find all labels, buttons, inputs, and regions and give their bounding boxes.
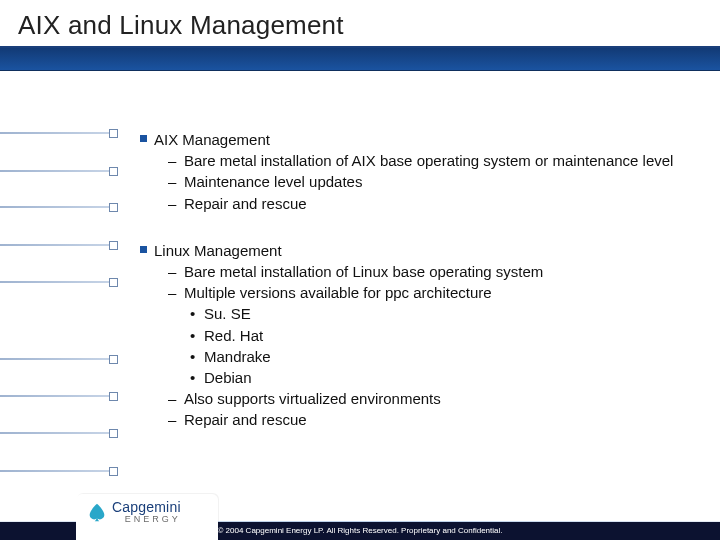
title-band (0, 48, 720, 70)
rail-endcap (109, 467, 118, 476)
section-heading-text: AIX Management (154, 131, 270, 148)
dash-item: Maintenance level updates (168, 172, 680, 191)
logo-text: Capgemini ENERGY (112, 500, 181, 524)
rail-endcap (109, 241, 118, 250)
dash-item-text: Maintenance level updates (184, 173, 362, 190)
dot-item: Su. SE (190, 304, 680, 323)
section: Linux ManagementBare metal installation … (140, 241, 680, 430)
dash-item-text: Bare metal installation of Linux base op… (184, 263, 543, 280)
dot-item-text: Su. SE (204, 305, 251, 322)
dash-item: Bare metal installation of Linux base op… (168, 262, 680, 281)
spade-icon (86, 502, 108, 524)
dash-item-text: Repair and rescue (184, 195, 307, 212)
rail-endcap (109, 278, 118, 287)
left-rail (0, 70, 118, 480)
rail-line (0, 395, 118, 397)
dash-item: Repair and rescue (168, 410, 680, 429)
dot-item-text: Red. Hat (204, 327, 263, 344)
dot-list: Su. SERed. HatMandrakeDebian (168, 304, 680, 387)
rail-line (0, 470, 118, 472)
rail-line (0, 206, 118, 208)
dash-item: Bare metal installation of AIX base oper… (168, 151, 680, 170)
logo-sub-text: ENERGY (112, 515, 181, 524)
rail-endcap (109, 429, 118, 438)
rail-endcap (109, 203, 118, 212)
dot-item-text: Debian (204, 369, 252, 386)
dash-list: Bare metal installation of AIX base oper… (140, 151, 680, 213)
logo-wrap: Capgemini ENERGY (76, 494, 218, 540)
section-heading: AIX Management (140, 130, 680, 149)
dash-item: Also supports virtualized environments (168, 389, 680, 408)
slide: AIX and Linux Management AIX ManagementB… (0, 0, 720, 540)
rail-line (0, 244, 118, 246)
rail-line (0, 132, 118, 134)
dash-item: Repair and rescue (168, 194, 680, 213)
band-right (120, 48, 720, 71)
rail-line (0, 281, 118, 283)
dot-item: Mandrake (190, 347, 680, 366)
band-left (0, 48, 120, 71)
rail-line (0, 432, 118, 434)
logo-main-text: Capgemini (112, 500, 181, 514)
dot-item: Red. Hat (190, 326, 680, 345)
dash-list: Bare metal installation of Linux base op… (140, 262, 680, 430)
footer: © 2004 Capgemini Energy LP. All Rights R… (0, 494, 720, 540)
section-heading: Linux Management (140, 241, 680, 260)
dash-item-text: Also supports virtualized environments (184, 390, 441, 407)
rail-endcap (109, 355, 118, 364)
dash-item-text: Bare metal installation of AIX base oper… (184, 152, 673, 169)
logo: Capgemini ENERGY (86, 500, 181, 524)
section-heading-text: Linux Management (154, 242, 282, 259)
dash-item-text: Multiple versions available for ppc arch… (184, 284, 492, 301)
slide-title: AIX and Linux Management (18, 10, 344, 41)
square-bullet-icon (140, 246, 147, 253)
rail-endcap (109, 167, 118, 176)
dash-item-text: Repair and rescue (184, 411, 307, 428)
section: AIX ManagementBare metal installation of… (140, 130, 680, 213)
rail-endcap (109, 129, 118, 138)
content-area: AIX ManagementBare metal installation of… (140, 130, 680, 457)
dot-item: Debian (190, 368, 680, 387)
rail-line (0, 358, 118, 360)
square-bullet-icon (140, 135, 147, 142)
rail-endcap (109, 392, 118, 401)
dash-item: Multiple versions available for ppc arch… (168, 283, 680, 302)
dot-item-text: Mandrake (204, 348, 271, 365)
rail-line (0, 170, 118, 172)
title-area: AIX and Linux Management (0, 0, 720, 74)
